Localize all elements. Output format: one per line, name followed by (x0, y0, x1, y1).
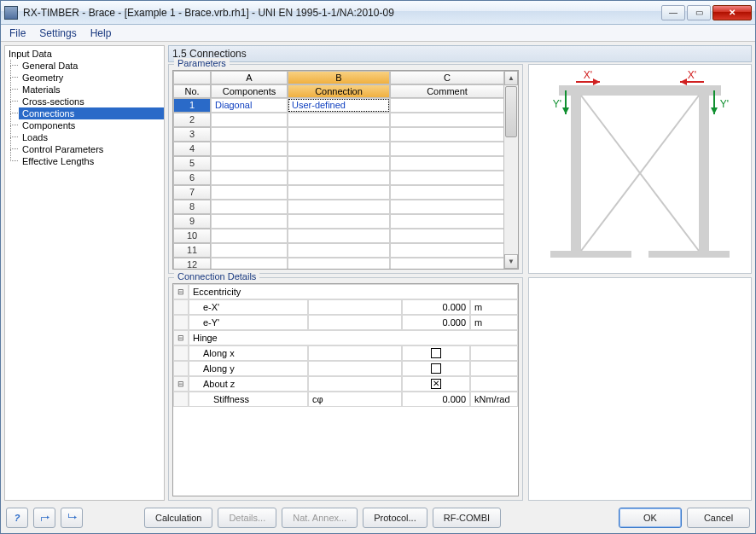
cell-components[interactable] (211, 214, 288, 229)
row-number[interactable]: 3 (173, 127, 211, 142)
cell-components[interactable] (211, 229, 288, 243)
cell-components[interactable] (211, 127, 288, 142)
cell-comment[interactable] (390, 229, 503, 243)
along-y-checkbox[interactable] (431, 363, 441, 374)
scroll-thumb[interactable] (505, 86, 517, 137)
scroll-down-button[interactable]: ▼ (504, 254, 518, 269)
window: RX-TIMBER - Brace - [Example 1 - Brace.v… (0, 0, 756, 534)
ex-value[interactable]: 0.000 (402, 299, 470, 315)
cell-comment[interactable] (390, 243, 503, 258)
row-number[interactable]: 1 (173, 98, 211, 113)
sidebar-item-geometry[interactable]: Geometry (19, 72, 164, 84)
cell-components[interactable] (211, 113, 288, 127)
protocol-button[interactable]: Protocol... (363, 508, 427, 528)
help-button[interactable]: ? (6, 508, 28, 528)
row-number[interactable]: 7 (173, 185, 211, 200)
nat-annex-button[interactable]: Nat. Annex... (282, 508, 358, 528)
cell-comment[interactable] (390, 171, 503, 185)
section-title: 1.5 Connections (168, 45, 752, 62)
cell-comment[interactable] (390, 127, 503, 142)
export-right-button[interactable]: ⮡ (61, 508, 83, 528)
connection-details-grid[interactable]: ⊟ Eccentricity e-X' 0.000 m e-Y' 0 (172, 283, 519, 496)
rf-combi-button[interactable]: RF-COMBI (433, 508, 501, 528)
cell-components[interactable] (211, 171, 288, 185)
about-z-toggle[interactable]: ⊟ (173, 376, 189, 392)
row-number[interactable]: 9 (173, 214, 211, 229)
cell-components[interactable] (211, 200, 288, 214)
cell-connection[interactable]: User-defined (288, 98, 390, 113)
cell-components[interactable] (211, 185, 288, 200)
cell-comment[interactable] (390, 98, 503, 113)
sidebar-item-control-parameters[interactable]: Control Parameters (19, 143, 164, 155)
ey-unit: m (470, 315, 518, 330)
about-z-checkbox[interactable] (431, 379, 441, 389)
col-letter[interactable]: B (288, 71, 390, 84)
cell-components[interactable] (211, 243, 288, 258)
hinge-toggle[interactable]: ⊟ (173, 330, 189, 345)
scroll-up-button[interactable]: ▲ (504, 71, 518, 85)
eccentricity-label: Eccentricity (189, 284, 518, 299)
row-number[interactable]: 4 (173, 142, 211, 156)
along-x-checkbox[interactable] (431, 348, 441, 358)
cell-components[interactable]: Diagonal (211, 98, 288, 113)
ey-value[interactable]: 0.000 (402, 315, 470, 330)
export-left-button[interactable]: ⮣ (33, 508, 55, 528)
cell-components[interactable] (211, 156, 288, 171)
col-letter[interactable]: C (390, 71, 503, 84)
cell-connection[interactable] (288, 185, 390, 200)
details-button[interactable]: Details... (218, 508, 276, 528)
cell-connection[interactable] (288, 171, 390, 185)
cell-comment[interactable] (390, 113, 503, 127)
eccentricity-toggle[interactable]: ⊟ (173, 284, 189, 299)
cell-connection[interactable] (288, 258, 390, 269)
cell-connection[interactable] (288, 214, 390, 229)
row-number[interactable]: 12 (173, 258, 211, 269)
parameters-scrollbar[interactable]: ▲ ▼ (503, 71, 518, 269)
cell-connection[interactable] (288, 243, 390, 258)
cell-components[interactable] (211, 142, 288, 156)
cell-connection[interactable] (288, 156, 390, 171)
col-header[interactable]: Comment (390, 84, 503, 98)
cell-connection[interactable] (288, 127, 390, 142)
col-header[interactable]: Components (211, 84, 288, 98)
tree-root-label[interactable]: Input Data (5, 48, 164, 60)
cell-connection[interactable] (288, 229, 390, 243)
cell-comment[interactable] (390, 185, 503, 200)
cell-comment[interactable] (390, 200, 503, 214)
cell-components[interactable] (211, 258, 288, 269)
minimize-button[interactable]: — (661, 5, 685, 20)
parameters-grid[interactable]: ABCNo.ComponentsConnectionComment1Diagon… (172, 70, 519, 270)
row-number[interactable]: 10 (173, 229, 211, 243)
sidebar-item-components[interactable]: Components (19, 119, 164, 131)
sidebar-item-materials[interactable]: Materials (19, 84, 164, 96)
stiffness-value[interactable]: 0.000 (402, 392, 470, 407)
cell-connection[interactable] (288, 200, 390, 214)
row-number[interactable]: 2 (173, 113, 211, 127)
cell-comment[interactable] (390, 142, 503, 156)
menu-file[interactable]: File (4, 26, 31, 41)
cell-connection[interactable] (288, 142, 390, 156)
cancel-button[interactable]: Cancel (687, 508, 750, 528)
row-number[interactable]: 5 (173, 156, 211, 171)
col-header[interactable]: Connection (288, 84, 390, 98)
sidebar-item-connections[interactable]: Connections (19, 107, 164, 119)
row-number[interactable]: 11 (173, 243, 211, 258)
sidebar-item-general-data[interactable]: General Data (19, 60, 164, 72)
close-button[interactable]: ✕ (712, 5, 752, 20)
menu-settings[interactable]: Settings (34, 26, 81, 41)
cell-comment[interactable] (390, 258, 503, 269)
col-letter[interactable]: A (211, 71, 288, 84)
sidebar-item-loads[interactable]: Loads (19, 131, 164, 143)
ok-button[interactable]: OK (619, 508, 682, 528)
cell-comment[interactable] (390, 156, 503, 171)
sidebar-item-cross-sections[interactable]: Cross-sections (19, 96, 164, 107)
row-number[interactable]: 8 (173, 200, 211, 214)
app-icon (4, 6, 18, 20)
menu-help[interactable]: Help (85, 26, 117, 41)
sidebar-item-effective-lengths[interactable]: Effective Lengths (19, 155, 164, 167)
calculation-button[interactable]: Calculation (144, 508, 212, 528)
maximize-button[interactable]: ▭ (687, 5, 711, 20)
cell-connection[interactable] (288, 113, 390, 127)
row-number[interactable]: 6 (173, 171, 211, 185)
cell-comment[interactable] (390, 214, 503, 229)
